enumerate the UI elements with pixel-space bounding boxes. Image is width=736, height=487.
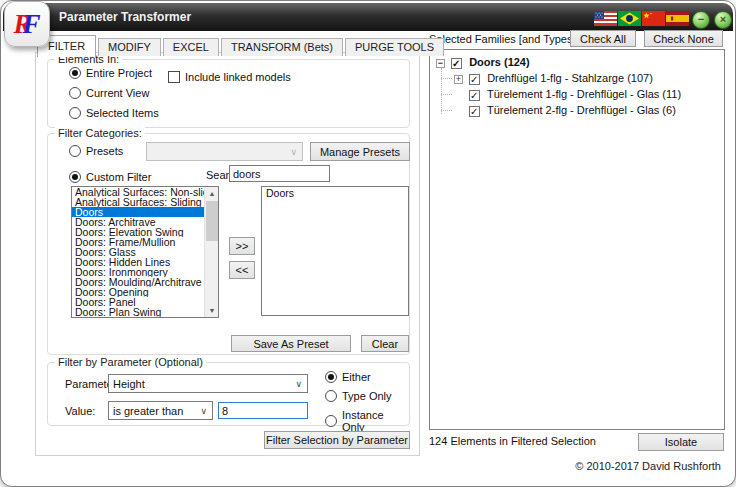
filter-categories-group: Filter Categories: Presets ∨ Manage Pres…	[47, 133, 410, 355]
brazil-flag-icon[interactable]	[618, 11, 641, 26]
category-list-item[interactable]: Doors: Moulding/Architrave	[72, 277, 204, 287]
copyright-text: © 2010-2017 David Rushforth	[575, 460, 721, 472]
radio-icon	[325, 390, 337, 402]
remove-category-button[interactable]: <<	[229, 261, 255, 279]
radio-label: Current View	[86, 87, 149, 99]
category-list-item[interactable]: Doors: Plan Swing	[72, 307, 204, 317]
status-text: 124 Elements in Filtered Selection	[429, 435, 596, 447]
value-label: Value:	[65, 405, 95, 417]
tree-row[interactable]: − Doors (124)	[430, 54, 724, 70]
tree-row-label: Drehflügel 1-flg - Stahlzarge (107)	[487, 72, 653, 84]
presets-dropdown[interactable]: ∨	[146, 142, 303, 161]
window-buttons: − ×	[692, 11, 732, 29]
logo-letter-f: F	[23, 9, 41, 40]
tree-row-label: Türelement 1-flg - Drehflügel - Glas (11…	[487, 88, 681, 100]
scope-radio[interactable]: Instance Only	[325, 409, 409, 433]
scroll-up-icon[interactable]: ▲	[205, 187, 219, 200]
manage-presets-button[interactable]: Manage Presets	[310, 142, 410, 161]
parameter-dropdown-value: Height	[113, 378, 145, 390]
chosen-list-item[interactable]: Doors	[262, 187, 408, 199]
category-list-item[interactable]: Doors: Panel	[72, 297, 204, 307]
chevron-down-icon: ∨	[295, 379, 302, 389]
check-all-button[interactable]: Check All	[570, 30, 636, 47]
app-window: Parameter Transformer	[0, 0, 736, 487]
scroll-down-icon[interactable]: ▼	[205, 304, 219, 317]
elements-in-radio[interactable]: Current View	[69, 87, 409, 99]
radio-label: Instance Only	[342, 409, 409, 433]
scrollbar-thumb[interactable]	[206, 201, 218, 241]
tree-checkbox-icon[interactable]	[469, 106, 480, 117]
check-none-button[interactable]: Check None	[644, 30, 723, 47]
save-as-preset-button[interactable]: Save As Preset	[231, 335, 351, 352]
search-input[interactable]	[229, 165, 330, 182]
elements-in-group: Elements In: Entire Project Current View…	[47, 59, 410, 128]
app-logo: R F	[4, 1, 50, 47]
scope-radio[interactable]: Either	[325, 371, 409, 383]
radio-label: Entire Project	[86, 67, 152, 79]
tree-row[interactable]: Türelement 2-flg - Drehflügel - Glas (6)	[430, 102, 724, 118]
category-list-item[interactable]: Doors: Glass	[72, 247, 204, 257]
chosen-categories-listbox: Doors	[261, 186, 409, 316]
tab[interactable]: MODIFY	[98, 38, 161, 56]
radio-icon	[69, 145, 81, 157]
us-flag-icon[interactable]	[594, 11, 617, 26]
category-list-item[interactable]: Doors: Elevation Swing	[72, 227, 204, 237]
checkbox-icon	[168, 71, 180, 83]
language-flags	[594, 11, 689, 26]
tab[interactable]: TRANSFORM (Bets)	[221, 38, 343, 56]
listbox-scrollbar[interactable]: ▲ ▼	[204, 187, 218, 317]
filter-categories-legend: Filter Categories:	[55, 127, 145, 139]
families-tree: − Doors (124) + Drehflügel 1-flg - Stahl…	[429, 49, 725, 430]
presets-radio[interactable]: Presets	[69, 145, 123, 157]
clear-button[interactable]: Clear	[361, 335, 409, 352]
parameter-dropdown[interactable]: Height ∨	[108, 374, 308, 393]
close-button[interactable]: ×	[714, 11, 732, 29]
spain-flag-icon[interactable]	[666, 11, 689, 26]
radio-label: Custom Filter	[86, 171, 151, 183]
tab-strip: FILTERMODIFYEXCELTRANSFORM (Bets)PURGE T…	[37, 35, 446, 56]
operator-dropdown-value: is greater than	[113, 405, 183, 417]
radio-label: Either	[342, 371, 371, 383]
category-list-item[interactable]: Doors	[72, 207, 204, 217]
category-list-item[interactable]: Doors: Ironmongery	[72, 267, 204, 277]
category-list-item[interactable]: Analytical Surfaces: Non-sliding D	[72, 187, 204, 197]
tree-row-label: Türelement 2-flg - Drehflügel - Glas (6)	[487, 104, 676, 116]
minimize-button[interactable]: −	[692, 11, 710, 29]
category-list-item[interactable]: Doors: Architrave	[72, 217, 204, 227]
tree-row-label: Doors (124)	[469, 56, 530, 68]
tree-expander-icon[interactable]: −	[436, 59, 445, 68]
category-list-item[interactable]: Analytical Surfaces: Sliding Door	[72, 197, 204, 207]
radio-icon	[69, 171, 81, 183]
isolate-button[interactable]: Isolate	[638, 433, 724, 451]
custom-filter-radio[interactable]: Custom Filter	[69, 171, 151, 183]
tree-row[interactable]: + Drehflügel 1-flg - Stahlzarge (107)	[430, 70, 724, 86]
category-list-item[interactable]: Doors: Frame/Mullion	[72, 237, 204, 247]
title-bar: Parameter Transformer	[3, 3, 733, 31]
category-list-item[interactable]: Doors: Opening	[72, 287, 204, 297]
tree-row[interactable]: Türelement 1-flg - Drehflügel - Glas (11…	[430, 86, 724, 102]
tree-checkbox-icon[interactable]	[469, 74, 480, 85]
value-input[interactable]	[218, 402, 308, 419]
window-title: Parameter Transformer	[59, 10, 191, 24]
scope-radio[interactable]: Type Only	[325, 390, 409, 402]
radio-label: Selected Items	[86, 107, 159, 119]
tab[interactable]: EXCEL	[163, 38, 219, 56]
china-flag-icon[interactable]	[642, 11, 665, 26]
radio-icon	[69, 87, 81, 99]
add-category-button[interactable]: >>	[229, 237, 255, 255]
tree-expander-icon[interactable]: +	[454, 75, 463, 84]
operator-dropdown[interactable]: is greater than ∨	[108, 401, 213, 420]
include-linked-checkbox[interactable]: Include linked models	[168, 71, 291, 83]
tree-checkbox-icon[interactable]	[451, 58, 462, 69]
radio-icon	[69, 67, 81, 79]
filter-by-parameter-group: Filter by Parameter (Optional) Parameter…	[47, 362, 410, 426]
tree-checkbox-icon[interactable]	[469, 90, 480, 101]
selected-families-label: Selected Families [and Types]:	[429, 33, 579, 45]
tab[interactable]: PURGE TOOLS	[345, 38, 444, 56]
filter-selection-by-parameter-button[interactable]: Filter Selection by Parameter	[264, 431, 410, 449]
elements-in-radio[interactable]: Selected Items	[69, 107, 409, 119]
radio-icon	[69, 107, 81, 119]
chevron-down-icon: ∨	[290, 147, 297, 157]
chevron-down-icon: ∨	[200, 406, 207, 416]
category-list-item[interactable]: Doors: Hidden Lines	[72, 257, 204, 267]
